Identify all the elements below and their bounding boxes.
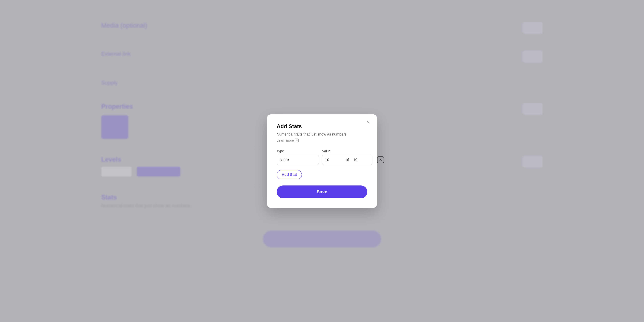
add-stats-modal: × Add Stats Numerical traits that just s…	[267, 114, 377, 208]
modal-description: Numerical traits that just show as numbe…	[277, 132, 367, 137]
learn-more-text: Learn more	[277, 139, 294, 142]
delete-stat-button[interactable]: ✕	[377, 155, 384, 165]
close-button[interactable]: ×	[365, 119, 372, 126]
save-button[interactable]: Save	[277, 185, 367, 198]
external-link-icon: ↗	[295, 139, 298, 142]
value-input-row: of	[322, 155, 372, 165]
modal-overlay: × Add Stats Numerical traits that just s…	[0, 0, 644, 322]
type-field-group: Type	[277, 149, 319, 165]
fields-row: Type Value of ✕	[277, 149, 367, 165]
type-input[interactable]	[277, 155, 319, 165]
value-of-separator: of	[344, 155, 350, 165]
type-label: Type	[277, 149, 319, 153]
value-field-group: Value of	[322, 149, 372, 165]
value-min-input[interactable]	[322, 155, 344, 165]
value-max-input[interactable]	[350, 155, 372, 165]
value-label: Value	[322, 149, 372, 153]
learn-more-link[interactable]: Learn more ↗	[277, 139, 367, 142]
modal-title: Add Stats	[277, 123, 367, 129]
add-stat-button[interactable]: Add Stat	[277, 170, 302, 179]
delete-icon: ✕	[377, 156, 384, 163]
